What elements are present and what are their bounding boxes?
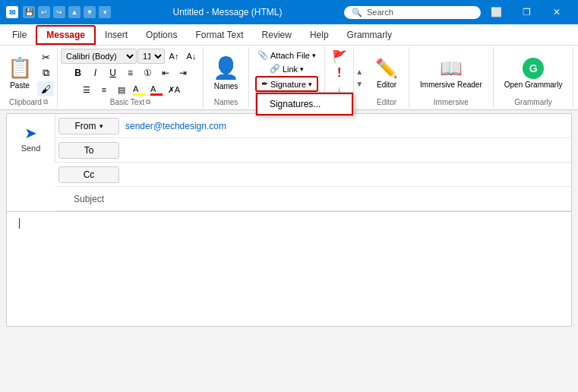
tab-insert[interactable]: Insert — [96, 27, 137, 43]
close-button[interactable]: ✕ — [542, 0, 572, 24]
send-icon: ➤ — [24, 124, 37, 142]
attach-file-button[interactable]: 📎 Attach File ▾ — [253, 49, 321, 62]
more-button[interactable]: ▾ — [99, 6, 111, 18]
align-center-button[interactable]: ≡ — [96, 82, 112, 97]
cc-value[interactable] — [122, 172, 571, 178]
clipboard-expand-icon[interactable]: ⧉ — [43, 98, 48, 106]
grammarly-top: G Open Grammarly — [497, 49, 570, 97]
window-title: Untitled - Message (HTML) — [111, 7, 344, 17]
signature-button[interactable]: ✒ Signature ▾ — [255, 76, 318, 92]
from-field: From ▾ sender@techdesign.com — [55, 114, 571, 138]
link-icon: 🔗 — [270, 64, 280, 74]
basic-text-top: Calibri (Body) 11 A↑ A↓ B I U ≡ ① ⇤ ⇥ ☰ … — [61, 49, 200, 97]
align-left-button[interactable]: ☰ — [78, 82, 95, 97]
attach-icon: 📎 — [257, 50, 268, 60]
compose-window: ➤ Send From ▾ sender@techdesign.com To — [6, 113, 572, 327]
font-color-button[interactable]: A — [148, 82, 165, 97]
compose-body[interactable] — [13, 212, 565, 326]
follow-up-button[interactable]: 🚩 — [331, 49, 348, 64]
editor-group-label: Editor — [368, 97, 406, 106]
to-value[interactable] — [122, 147, 571, 153]
font-size-select[interactable]: 11 — [137, 49, 165, 64]
down-button[interactable]: ▼ — [84, 6, 96, 18]
italic-button[interactable]: I — [87, 65, 104, 81]
send-button[interactable]: ➤ Send — [7, 114, 55, 163]
quick-access-toolbar: 💾 ↩ ↪ ▲ ▼ ▾ — [23, 6, 111, 18]
title-bar-left: ✉ 💾 ↩ ↪ ▲ ▼ ▾ — [6, 6, 111, 18]
cut-button[interactable]: ✂ — [37, 49, 54, 65]
to-field: To — [55, 138, 571, 163]
restore-button[interactable]: ❐ — [511, 0, 542, 24]
align-right-button[interactable]: ▤ — [113, 82, 130, 97]
copy-button[interactable]: ⧉ — [37, 65, 54, 81]
flag-icon: 🚩 — [332, 49, 347, 64]
minimize-button[interactable]: ⬜ — [481, 0, 511, 24]
window-controls: ⬜ ❐ ✕ — [481, 0, 572, 24]
names-top: 👤 Names — [207, 49, 245, 97]
include-group: 📎 Attach File ▾ 🔗 Link ▾ ✒ Signature ▾ S… — [249, 47, 325, 108]
indent-dec-button[interactable]: ⇤ — [157, 65, 174, 81]
ribbon-scroll-down[interactable]: ▼ — [355, 77, 363, 90]
names-icon: 👤 — [213, 55, 239, 81]
subject-label: Subject — [58, 191, 119, 207]
search-box[interactable]: 🔍 Search — [344, 6, 481, 19]
immersive-reader-button[interactable]: 📖 Immersive Reader — [412, 55, 490, 92]
redo-button[interactable]: ↪ — [53, 6, 65, 18]
app-icon: ✉ — [6, 6, 18, 18]
format-row: B I U ≡ ① ⇤ ⇥ — [70, 65, 191, 81]
ribbon-toolbar: 📋 Paste ✂ ⧉ 🖌 Clipboard ⧉ Calibri (Body)… — [0, 46, 578, 110]
include-top: 📎 Attach File ▾ 🔗 Link ▾ ✒ Signature ▾ S… — [252, 49, 321, 97]
bold-button[interactable]: B — [70, 65, 87, 81]
immersive-group-label: Immersive — [412, 97, 490, 106]
search-placeholder: Search — [367, 8, 393, 17]
subject-field: Subject — [55, 187, 571, 211]
tab-message[interactable]: Message — [36, 25, 96, 45]
paste-icon: 📋 — [8, 56, 32, 80]
tab-review[interactable]: Review — [253, 27, 301, 43]
clear-formatting-button[interactable]: ✗A — [166, 82, 182, 97]
attach-dropdown-icon[interactable]: ▾ — [312, 52, 316, 59]
signature-icon: ✒ — [261, 79, 268, 89]
tab-grammarly[interactable]: Grammarly — [338, 27, 401, 43]
high-importance-button[interactable]: ! — [331, 65, 348, 81]
basic-text-expand-icon[interactable]: ⧉ — [146, 98, 150, 106]
highlight-button[interactable]: A — [131, 82, 147, 97]
signature-dropdown-icon[interactable]: ▾ — [308, 81, 312, 88]
cc-field: Cc — [55, 163, 571, 187]
editor-button[interactable]: ✏️ Editor — [368, 55, 406, 92]
cc-button[interactable]: Cc — [58, 166, 119, 183]
link-button[interactable]: 🔗 Link ▾ — [265, 62, 308, 75]
subject-value[interactable] — [122, 196, 571, 202]
shrink-font-button[interactable]: A↓ — [183, 49, 200, 64]
bullet-list-button[interactable]: ≡ — [122, 65, 139, 81]
numbered-list-button[interactable]: ① — [140, 65, 156, 81]
title-bar: ✉ 💾 ↩ ↪ ▲ ▼ ▾ Untitled - Message (HTML) … — [0, 0, 578, 24]
to-button[interactable]: To — [58, 142, 119, 159]
clipboard-secondary: ✂ ⧉ 🖌 — [37, 49, 54, 96]
exclaim-high-icon: ! — [337, 66, 341, 80]
indent-inc-button[interactable]: ⇥ — [175, 65, 191, 81]
tab-help[interactable]: Help — [301, 27, 338, 43]
tags-top: 🚩 ! ↓ — [328, 49, 350, 97]
from-value[interactable]: sender@techdesign.com — [122, 118, 571, 134]
signatures-menu-item[interactable]: Signatures... — [256, 93, 353, 115]
format-painter-button[interactable]: 🖌 — [37, 81, 54, 96]
tab-format-text[interactable]: Format Text — [186, 27, 252, 43]
underline-button[interactable]: U — [105, 65, 122, 81]
paste-button[interactable]: 📋 Paste — [3, 53, 36, 93]
link-dropdown-icon[interactable]: ▾ — [300, 65, 304, 73]
tab-file[interactable]: File — [3, 27, 36, 43]
undo-button[interactable]: ↩ — [38, 6, 50, 18]
compose-fields: From ▾ sender@techdesign.com To Cc — [55, 114, 571, 211]
grow-font-button[interactable]: A↑ — [166, 49, 182, 64]
clipboard-group-top: 📋 Paste ✂ ⧉ 🖌 — [3, 49, 54, 97]
names-button[interactable]: 👤 Names — [207, 52, 245, 93]
ribbon-scroll-up[interactable]: ▲ — [355, 65, 363, 77]
save-button[interactable]: 💾 — [23, 6, 35, 18]
signature-dropdown-container: ✒ Signature ▾ Signatures... — [255, 76, 318, 92]
from-button[interactable]: From ▾ — [58, 118, 119, 134]
font-name-select[interactable]: Calibri (Body) — [61, 49, 137, 64]
up-button[interactable]: ▲ — [68, 6, 81, 18]
tab-options[interactable]: Options — [137, 27, 186, 43]
open-grammarly-button[interactable]: G Open Grammarly — [497, 55, 570, 92]
